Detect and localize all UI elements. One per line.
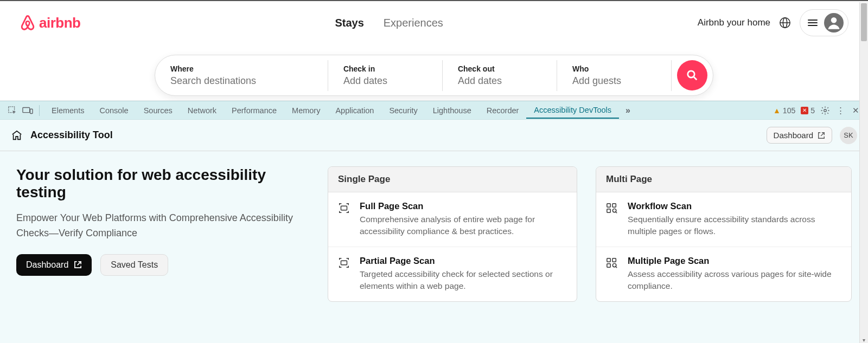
errors-count: 5	[810, 106, 815, 115]
intro-block: Your solution for web accessibility test…	[16, 166, 309, 276]
kebab-icon[interactable]: ⋮	[833, 103, 847, 118]
airbnb-logo[interactable]: airbnb	[20, 14, 80, 31]
devtools-tab-sources[interactable]: Sources	[136, 103, 180, 118]
vertical-scrollbar[interactable]: ▴ ▾	[859, 2, 868, 343]
user-badge[interactable]: SK	[840, 127, 857, 144]
scroll-thumb[interactable]	[861, 3, 867, 41]
svg-rect-7	[23, 107, 30, 112]
devtools-tab-accessibility-devtools[interactable]: Accessibility DevTools	[526, 102, 619, 119]
settings-icon[interactable]	[818, 103, 832, 118]
devtools-tab-recorder[interactable]: Recorder	[479, 103, 527, 118]
multi-page-item[interactable]: Multiple Page ScanAssess accessibility a…	[596, 247, 851, 301]
search-icon	[686, 69, 698, 81]
devtools-tab-network[interactable]: Network	[180, 103, 224, 118]
svg-rect-19	[607, 264, 610, 267]
search-checkout[interactable]: Check out Add dates	[443, 60, 557, 91]
panel-title: Accessibility Tool	[30, 130, 113, 141]
svg-line-5	[694, 77, 697, 80]
airbnb-nav-tabs: Stays Experiences	[80, 17, 697, 29]
search-checkin[interactable]: Check in Add dates	[328, 60, 443, 91]
search-who-value: Add guests	[572, 75, 656, 87]
host-link[interactable]: Airbnb your home	[698, 17, 770, 28]
user-menu[interactable]	[800, 9, 848, 36]
dashboard-button-label: Dashboard	[26, 260, 68, 270]
airbnb-brand-text: airbnb	[39, 15, 80, 31]
devtools-tab-performance[interactable]: Performance	[224, 103, 284, 118]
scan-desc: Assess accessibility across various page…	[628, 268, 841, 293]
svg-line-21	[616, 267, 617, 268]
hamburger-icon	[808, 20, 818, 26]
devtools-tab-lighthouse[interactable]: Lighthouse	[425, 103, 479, 118]
warning-icon: ▲	[773, 106, 781, 115]
scan-icon	[338, 256, 351, 293]
svg-line-16	[616, 212, 617, 213]
devtools-tab-application[interactable]: Application	[328, 103, 381, 118]
errors-indicator[interactable]: ✕ 5	[801, 106, 815, 115]
svg-rect-10	[341, 206, 347, 210]
scan-title: Full Page Scan	[360, 201, 567, 211]
devtools-tab-console[interactable]: Console	[92, 103, 136, 118]
avatar-icon	[824, 13, 844, 33]
airbnb-logo-icon	[20, 14, 36, 31]
scan-icon	[338, 201, 351, 238]
svg-rect-12	[607, 204, 610, 207]
multi-page-header: Multi Page	[596, 167, 851, 192]
more-tabs-icon[interactable]: »	[620, 106, 636, 115]
devtools-tab-security[interactable]: Security	[381, 103, 425, 118]
device-icon[interactable]	[21, 103, 35, 118]
svg-rect-17	[607, 258, 610, 262]
scan-desc: Comprehensive analysis of entire web pag…	[360, 213, 567, 238]
search-where[interactable]: Where Search destinations	[155, 60, 328, 91]
search-who-label: Who	[572, 64, 656, 73]
warnings-count: 105	[783, 106, 795, 115]
svg-rect-14	[607, 209, 610, 212]
devtools-tabstrip: ElementsConsoleSourcesNetworkPerformance…	[0, 101, 868, 120]
svg-rect-18	[612, 258, 616, 262]
devtools-tab-elements[interactable]: Elements	[44, 103, 92, 118]
single-page-header: Single Page	[328, 167, 577, 192]
devtools-tab-memory[interactable]: Memory	[284, 103, 328, 118]
airbnb-header: airbnb Stays Experiences Airbnb your hom…	[0, 1, 868, 101]
tab-experiences[interactable]: Experiences	[384, 17, 443, 29]
external-link-icon	[74, 261, 82, 269]
dashboard-button[interactable]: Dashboard	[16, 254, 92, 276]
error-icon: ✕	[801, 107, 808, 114]
svg-point-20	[612, 263, 616, 267]
globe-icon[interactable]	[779, 17, 791, 29]
accessibility-toolbar: Accessibility Tool Dashboard SK	[0, 120, 868, 151]
search-button[interactable]	[677, 60, 707, 90]
scan-icon	[606, 256, 619, 293]
single-page-card: Single Page Full Page ScanComprehensive …	[328, 166, 577, 302]
dashboard-link-label: Dashboard	[774, 131, 813, 140]
intro-body: Empower Your Web Platforms with Comprehe…	[16, 211, 309, 241]
multi-page-item[interactable]: Workflow ScanSequentially ensure accessi…	[596, 192, 851, 247]
saved-tests-button[interactable]: Saved Tests	[100, 254, 168, 276]
tab-stays[interactable]: Stays	[335, 17, 363, 29]
multi-page-card: Multi Page Workflow ScanSequentially ens…	[596, 166, 852, 302]
external-link-icon	[818, 132, 825, 139]
svg-point-9	[824, 109, 827, 112]
svg-rect-8	[30, 109, 33, 113]
single-page-item[interactable]: Partial Page ScanTargeted accessibility …	[328, 247, 577, 301]
search-checkout-value: Add dates	[458, 75, 541, 87]
search-checkin-label: Check in	[343, 64, 427, 73]
warnings-indicator[interactable]: ▲ 105	[773, 106, 795, 115]
single-page-item[interactable]: Full Page ScanComprehensive analysis of …	[328, 192, 577, 247]
search-where-value: Search destinations	[170, 75, 312, 87]
search-bar: Where Search destinations Check in Add d…	[155, 55, 713, 96]
search-checkin-value: Add dates	[343, 75, 427, 87]
scan-icon	[606, 201, 619, 238]
scroll-down-icon[interactable]: ▾	[860, 337, 868, 343]
dashboard-link[interactable]: Dashboard	[767, 127, 832, 144]
devtools-panel: ElementsConsoleSourcesNetworkPerformance…	[0, 101, 868, 343]
scan-desc: Targeted accessibility check for selecte…	[360, 268, 567, 293]
inspect-icon[interactable]	[5, 103, 20, 118]
scan-title: Multiple Page Scan	[628, 256, 841, 266]
search-where-label: Where	[170, 64, 312, 73]
accessibility-tool-icon	[11, 130, 23, 141]
search-who[interactable]: Who Add guests	[557, 60, 672, 91]
svg-point-15	[612, 209, 616, 212]
intro-heading: Your solution for web accessibility test…	[16, 166, 309, 201]
svg-point-4	[688, 71, 694, 77]
svg-rect-11	[341, 261, 347, 264]
